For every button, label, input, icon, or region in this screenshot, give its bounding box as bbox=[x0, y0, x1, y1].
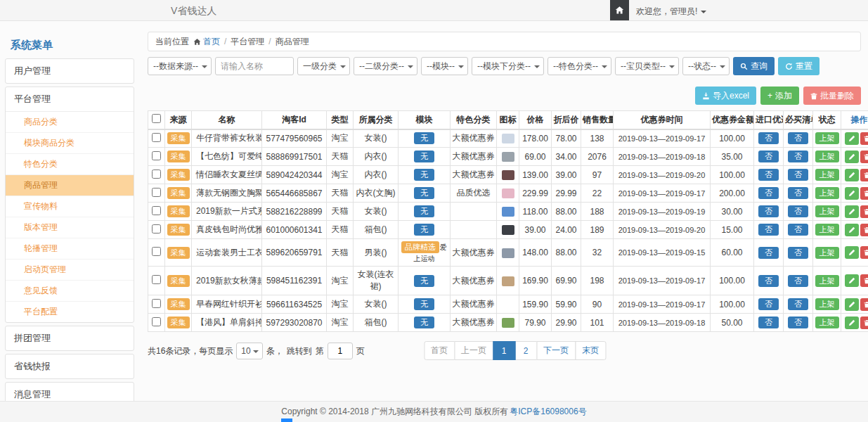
page-button[interactable]: 1 bbox=[493, 341, 515, 360]
filter-select[interactable]: --模块下分类-- bbox=[472, 57, 544, 75]
row-checkbox[interactable] bbox=[152, 188, 161, 197]
page-size-select[interactable]: 10 bbox=[236, 343, 262, 359]
delete-button[interactable] bbox=[860, 169, 868, 181]
edit-button[interactable] bbox=[845, 274, 859, 287]
status-badge[interactable]: 上架 bbox=[815, 224, 839, 236]
status-badge[interactable]: 上架 bbox=[815, 298, 839, 310]
delete-button[interactable] bbox=[860, 298, 868, 311]
delete-button[interactable] bbox=[860, 151, 868, 163]
delete-button[interactable] bbox=[860, 187, 868, 200]
user-menu[interactable]: 欢迎您，管理员! bbox=[636, 6, 706, 18]
row-checkbox[interactable] bbox=[152, 151, 161, 160]
import-select-badge[interactable]: 否 bbox=[758, 275, 779, 287]
sidebar-subitem[interactable]: 特色分类 bbox=[6, 154, 134, 175]
filter-select[interactable]: --特色分类-- bbox=[548, 57, 611, 75]
sidebar-item[interactable]: 用户管理 bbox=[6, 59, 134, 83]
import-select-badge[interactable]: 否 bbox=[758, 205, 779, 217]
page-button[interactable]: 末页 bbox=[575, 341, 606, 360]
status-badge[interactable]: 上架 bbox=[815, 169, 839, 181]
delete-button[interactable] bbox=[860, 224, 868, 236]
status-badge[interactable]: 上架 bbox=[815, 132, 839, 144]
delete-button[interactable] bbox=[860, 316, 868, 329]
import-select-badge[interactable]: 否 bbox=[758, 187, 779, 199]
status-badge[interactable]: 上架 bbox=[815, 205, 839, 217]
breadcrumb-home-link[interactable]: 首页 bbox=[193, 36, 220, 48]
sidebar-item[interactable]: 省钱快报 bbox=[6, 354, 134, 378]
filter-select[interactable]: --数据来源-- bbox=[148, 57, 212, 75]
row-checkbox[interactable] bbox=[152, 275, 161, 284]
must-buy-badge[interactable]: 否 bbox=[788, 132, 808, 144]
delete-button[interactable] bbox=[860, 274, 868, 287]
filter-select[interactable]: 一级分类 bbox=[297, 57, 350, 75]
edit-button[interactable] bbox=[845, 224, 859, 236]
edit-button[interactable] bbox=[845, 298, 859, 311]
search-button[interactable]: 查询 bbox=[733, 57, 775, 75]
filter-select[interactable]: --二级分类-- bbox=[354, 57, 417, 75]
import-select-badge[interactable]: 否 bbox=[758, 247, 779, 259]
row-checkbox[interactable] bbox=[152, 206, 161, 215]
import-excel-button[interactable]: 导入excel bbox=[695, 87, 756, 105]
add-button[interactable]: + 添加 bbox=[760, 87, 799, 105]
import-select-badge[interactable]: 否 bbox=[758, 132, 779, 144]
sidebar-subitem[interactable]: 意见反馈 bbox=[6, 281, 134, 302]
must-buy-badge[interactable]: 否 bbox=[788, 205, 808, 217]
jump-page-input[interactable] bbox=[328, 343, 353, 359]
must-buy-badge[interactable]: 否 bbox=[788, 316, 808, 328]
edit-button[interactable] bbox=[845, 151, 859, 163]
filter-select[interactable]: --状态-- bbox=[682, 57, 730, 75]
edit-button[interactable] bbox=[845, 246, 859, 259]
filter-select[interactable]: --宝贝类型-- bbox=[615, 57, 679, 75]
sidebar-item[interactable]: 拼团管理 bbox=[6, 326, 134, 350]
must-buy-badge[interactable]: 否 bbox=[788, 247, 808, 259]
sidebar-subitem[interactable]: 宣传物料 bbox=[6, 196, 134, 217]
import-select-badge[interactable]: 否 bbox=[758, 316, 779, 328]
page-button[interactable]: 上一页 bbox=[454, 341, 493, 360]
page-button[interactable]: 首页 bbox=[424, 341, 455, 360]
row-checkbox[interactable] bbox=[152, 133, 161, 142]
edit-button[interactable] bbox=[845, 169, 859, 181]
import-select-badge[interactable]: 否 bbox=[758, 151, 779, 162]
edit-button[interactable] bbox=[845, 316, 859, 329]
sidebar-subitem[interactable]: 轮播管理 bbox=[6, 238, 134, 260]
sidebar-subitem[interactable]: 启动页管理 bbox=[6, 260, 134, 281]
reset-button[interactable]: 重置 bbox=[778, 57, 820, 75]
edit-button[interactable] bbox=[845, 132, 859, 145]
must-buy-badge[interactable]: 否 bbox=[788, 187, 808, 199]
select-all-checkbox[interactable] bbox=[152, 114, 161, 123]
edit-button[interactable] bbox=[845, 187, 859, 200]
import-select-badge[interactable]: 否 bbox=[758, 224, 779, 236]
row-checkbox[interactable] bbox=[152, 224, 161, 234]
row-checkbox[interactable] bbox=[152, 247, 161, 256]
must-buy-badge[interactable]: 否 bbox=[788, 224, 808, 236]
home-button[interactable] bbox=[610, 0, 629, 20]
filter-select[interactable]: --模块-- bbox=[421, 57, 468, 75]
must-buy-badge[interactable]: 否 bbox=[788, 275, 808, 287]
delete-button[interactable] bbox=[860, 132, 868, 145]
edit-button[interactable] bbox=[845, 205, 859, 218]
import-select-badge[interactable]: 否 bbox=[758, 298, 779, 310]
row-checkbox[interactable] bbox=[152, 317, 161, 326]
batch-delete-button[interactable]: 批量删除 bbox=[803, 87, 861, 105]
page-button[interactable]: 下一页 bbox=[536, 341, 576, 360]
delete-button[interactable] bbox=[860, 205, 868, 218]
row-checkbox[interactable] bbox=[152, 170, 161, 179]
sidebar-item[interactable]: 平台管理 bbox=[6, 87, 134, 111]
import-select-badge[interactable]: 否 bbox=[758, 169, 779, 181]
status-badge[interactable]: 上架 bbox=[815, 187, 839, 199]
must-buy-badge[interactable]: 否 bbox=[788, 169, 808, 181]
status-badge[interactable]: 上架 bbox=[815, 247, 839, 259]
row-checkbox[interactable] bbox=[152, 299, 161, 308]
delete-button[interactable] bbox=[860, 246, 868, 259]
sidebar-subitem[interactable]: 商品管理 bbox=[6, 175, 134, 196]
name-search-input[interactable] bbox=[215, 57, 294, 75]
status-badge[interactable]: 上架 bbox=[815, 316, 839, 328]
sidebar-subitem[interactable]: 模块商品分类 bbox=[6, 133, 134, 154]
status-badge[interactable]: 上架 bbox=[815, 275, 839, 287]
sidebar-subitem[interactable]: 版本管理 bbox=[6, 217, 134, 238]
icp-link[interactable]: 粤ICP备16098006号 bbox=[510, 406, 586, 418]
must-buy-badge[interactable]: 否 bbox=[788, 298, 808, 310]
sidebar-subitem[interactable]: 平台配置 bbox=[6, 302, 134, 322]
sidebar-subitem[interactable]: 商品分类 bbox=[6, 112, 134, 133]
must-buy-badge[interactable]: 否 bbox=[788, 151, 808, 162]
status-badge[interactable]: 上架 bbox=[815, 151, 839, 162]
